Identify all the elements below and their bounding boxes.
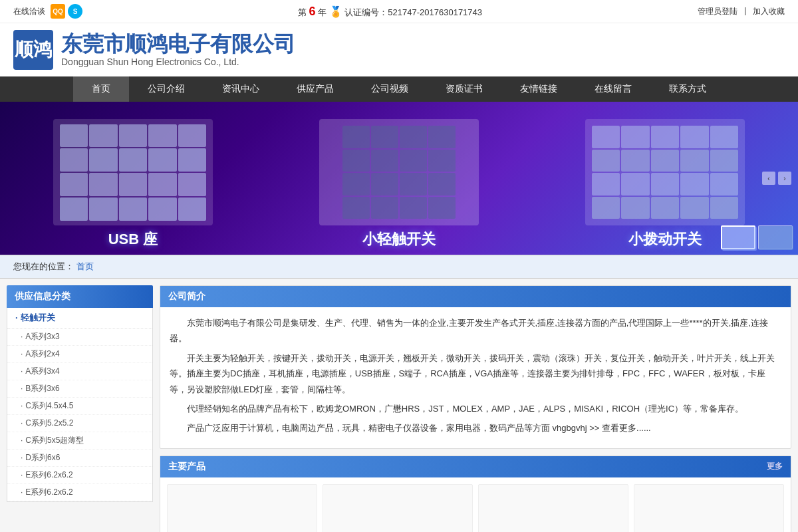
sidebar-category-switch[interactable]: 轻触开关 [7, 308, 152, 329]
nav-item-links[interactable]: 友情链接 [501, 76, 576, 102]
product-card-3[interactable] [478, 484, 628, 532]
product-card-1[interactable] [167, 484, 317, 532]
logo-area: 顺鸿 东莞市顺鸿电子有限公司 Dongguan Shun Hong Electr… [13, 30, 295, 70]
admin-login-link[interactable]: 管理员登陆 [698, 6, 737, 17]
year-number: 6 [309, 5, 315, 18]
chat-icons: QQ S [51, 4, 82, 19]
company-name-en: Dongguan Shun Hong Electronics Co., Ltd. [61, 57, 295, 67]
sidebar-item-a2x4[interactable]: A系列2x4 [7, 346, 152, 363]
sidebar-item-e6x6a[interactable]: E系列6.2x6.2 [7, 467, 152, 484]
sidebar-item-d6x6[interactable]: D系列6x6 [7, 450, 152, 467]
company-intro-header: 公司简介 [160, 286, 791, 307]
nav-item-home[interactable]: 首页 [73, 76, 129, 102]
main-products-section: 主要产品 更多 [160, 456, 791, 532]
year-suffix: 年 [318, 7, 327, 17]
sidebar-item-a3x3[interactable]: A系列3x3 [7, 329, 152, 346]
skype-icon[interactable]: S [68, 4, 82, 19]
main-products-title: 主要产品 [168, 461, 205, 473]
banner-thumb-1[interactable] [721, 225, 755, 249]
banner-image-toggle [585, 119, 745, 225]
banner-thumb-2[interactable] [758, 225, 793, 249]
sidebar-section: 轻触开关 A系列3x3 A系列2x4 A系列3x4 B系列3x6 C系列4.5x… [7, 308, 153, 502]
breadcrumb-label: 您现在的位置： [13, 261, 74, 271]
sidebar-item-b3x6[interactable]: B系列3x6 [7, 380, 152, 398]
sidebar-item-c5x5a[interactable]: C系列5.2x5.2 [7, 415, 152, 432]
top-bar-left: 在线洽谈 QQ S [13, 4, 82, 19]
nav-item-message[interactable]: 在线留言 [576, 76, 650, 102]
sidebar-item-a3x4[interactable]: A系列3x4 [7, 363, 152, 380]
intro-para-1: 东莞市顺鸿电子有限公司是集研发、生产、代理、销售为一体的企业,主要开发生产各式开… [170, 315, 781, 346]
banner-thumbnails [721, 225, 793, 249]
banner-title-toggle: 小拨动开关 [628, 229, 702, 249]
intro-para-2: 开关主要为轻触开关，按键开关，拨动开关，电源开关，翘板开关，微动开关，拨码开关，… [170, 350, 781, 397]
sidebar-item-e6x6b[interactable]: E系列6.2x6.2 [7, 484, 152, 501]
company-intro-section: 公司简介 东莞市顺鸿电子有限公司是集研发、生产、代理、销售为一体的企业,主要开发… [160, 285, 791, 449]
banner-slide-switch: 小轻触开关 [266, 102, 532, 255]
sidebar: 供应信息分类 轻触开关 A系列3x3 A系列2x4 A系列3x4 B系列3x6 … [7, 285, 153, 532]
year-prefix: 第 [298, 7, 307, 17]
logo-mark: 顺鸿 [13, 30, 53, 70]
top-bar-right: 管理员登陆 | 加入收藏 [698, 6, 785, 17]
top-bar: 在线洽谈 QQ S 第 6 年 🏅 认证编号：521747-2017630171… [0, 0, 798, 23]
separator: | [744, 6, 746, 17]
nav-item-cert[interactable]: 资质证书 [427, 76, 501, 102]
main-products-header: 主要产品 更多 [160, 456, 791, 477]
intro-para-3: 代理经销知名的品牌产品有松下，欧姆龙OMRON，广懋HRS，JST，MOLEX，… [170, 401, 781, 416]
nav-item-about[interactable]: 公司介绍 [129, 76, 203, 102]
chat-label: 在线洽谈 [13, 6, 45, 17]
crown-icon: 🏅 [329, 6, 342, 17]
cert-label: 认证编号：521747-2017630171743 [344, 7, 482, 17]
main-content: 供应信息分类 轻触开关 A系列3x3 A系列2x4 A系列3x4 B系列3x6 … [0, 279, 798, 532]
usb-product-grid [60, 124, 206, 221]
breadcrumb-current[interactable]: 首页 [76, 261, 94, 271]
banner: ‹ › [0, 102, 798, 255]
intro-para-4: 产品广泛应用于计算机，电脑周边产品，玩具，精密电子仪器设备，家用电器，数码产品等… [170, 420, 781, 436]
company-name-block: 东莞市顺鸿电子有限公司 Dongguan Shun Hong Electroni… [61, 33, 295, 66]
banner-inner: USB 座 [0, 102, 798, 255]
sidebar-item-c4x4[interactable]: C系列4.5x4.5 [7, 398, 152, 415]
right-content: 公司简介 东莞市顺鸿电子有限公司是集研发、生产、代理、销售为一体的企业,主要开发… [160, 285, 791, 532]
banner-title-usb: USB 座 [108, 229, 158, 249]
banner-title-switch: 小轻触开关 [362, 229, 436, 249]
header: 顺鸿 东莞市顺鸿电子有限公司 Dongguan Shun Hong Electr… [0, 23, 798, 76]
nav-item-news[interactable]: 资讯中心 [203, 76, 278, 102]
qq-icon[interactable]: QQ [51, 4, 65, 19]
nav-item-products[interactable]: 供应产品 [278, 76, 352, 102]
breadcrumb: 您现在的位置： 首页 [0, 255, 798, 279]
sidebar-title: 供应信息分类 [7, 285, 153, 308]
company-name-zh: 东莞市顺鸿电子有限公司 [61, 33, 295, 56]
sidebar-item-c5x5-thin[interactable]: C系列5x5超薄型 [7, 432, 152, 450]
product-card-2[interactable] [323, 484, 473, 532]
banner-image-switch [319, 119, 479, 225]
nav-item-contact[interactable]: 联系方式 [650, 76, 725, 102]
main-products-more[interactable]: 更多 [767, 461, 783, 472]
company-intro-title: 公司简介 [168, 291, 205, 303]
product-card-4[interactable] [634, 484, 784, 532]
company-intro-body: 东莞市顺鸿电子有限公司是集研发、生产、代理、销售为一体的企业,主要开发生产各式开… [160, 307, 791, 448]
nav-item-video[interactable]: 公司视频 [352, 76, 427, 102]
top-bar-center: 第 6 年 🏅 认证编号：521747-2017630171743 [298, 5, 482, 19]
products-grid [160, 477, 791, 532]
add-favorite-link[interactable]: 加入收藏 [753, 6, 785, 17]
banner-slide-usb: USB 座 [0, 102, 266, 255]
banner-image-usb [53, 119, 213, 225]
main-nav: 首页 公司介绍 资讯中心 供应产品 公司视频 资质证书 友情链接 在线留言 联系… [0, 76, 798, 102]
